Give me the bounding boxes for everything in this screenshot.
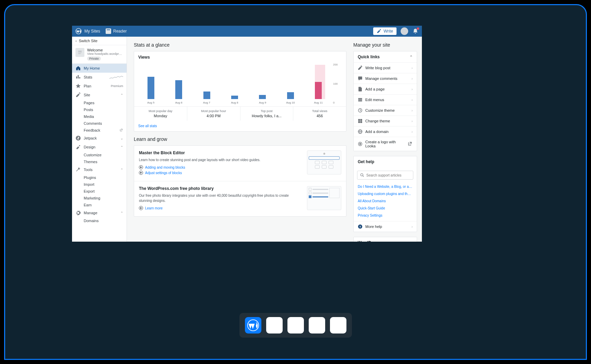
sidebar-item-stats[interactable]: Stats (72, 73, 127, 82)
globe-icon (358, 129, 363, 134)
play-icon (139, 206, 143, 210)
chevron-up-icon: ⌃ (120, 168, 123, 172)
sidebar-sub-pages[interactable]: Pages (72, 99, 127, 106)
quick-link-create-a-logo-with-looka[interactable]: Create a logo with Looka (354, 137, 417, 151)
chevron-right-icon: › (412, 87, 413, 91)
wordpress-logo-icon (75, 28, 82, 34)
help-icon: ? (358, 224, 363, 229)
sidebar-sub-comments[interactable]: Comments (72, 120, 127, 127)
help-link[interactable]: Do I Need a Website, a Blog, or a W... (354, 183, 417, 190)
write-button[interactable]: Write (373, 27, 397, 35)
stats-card: Views Aug 5Aug 6Aug 7Aug 8Aug 9Aug 10Aug… (134, 51, 346, 132)
learn-heading: Learn and grow (134, 136, 346, 142)
sidebar-sub-import[interactable]: Import (72, 181, 127, 188)
learn-link[interactable]: Adding and moving blocks (139, 165, 302, 169)
sidebar-item-manage[interactable]: Manage⌃ (72, 208, 127, 217)
dock-app-1[interactable] (266, 317, 283, 333)
editor-preview-icon: ⊕ (307, 150, 341, 174)
site-url: View howdya8c.wordpress.com (87, 52, 123, 56)
svg-point-12 (361, 174, 363, 176)
my-sites-link[interactable]: My Sites (84, 29, 100, 34)
svg-rect-2 (78, 51, 82, 52)
quick-link-write-blog-post[interactable]: Write blog post› (354, 62, 417, 73)
sidebar-item-design[interactable]: Design⌃ (72, 143, 127, 151)
learn-item: The WordPress.com free photo libraryOur … (134, 181, 346, 216)
chevron-up-icon: ⌃ (120, 211, 123, 215)
sidebar-item-tools[interactable]: Tools⌃ (72, 165, 127, 174)
sidebar-sub-plugins[interactable]: Plugins (72, 174, 127, 181)
avatar[interactable] (401, 27, 408, 35)
sidebar-sub-marketing[interactable]: Marketing (72, 195, 127, 202)
play-icon (139, 165, 143, 169)
manage-heading: Manage your site (353, 42, 417, 48)
sidebar-sub-posts[interactable]: Posts (72, 106, 127, 113)
reader-icon (106, 28, 111, 34)
chart-bar-aug-5[interactable]: Aug 5 (138, 65, 163, 104)
chart-bar-aug-6[interactable]: Aug 6 (166, 65, 191, 104)
help-search-input[interactable] (366, 173, 410, 177)
sidebar-sub-media[interactable]: Media (72, 113, 127, 120)
learn-link[interactable]: Learn more (139, 206, 302, 210)
sidebar-item-site[interactable]: Site⌃ (72, 90, 127, 99)
learn-link[interactable]: Adjust settings of blocks (139, 171, 302, 175)
notifications-icon[interactable] (412, 28, 418, 34)
dock-app-4[interactable] (330, 317, 346, 333)
quick-link-manage-comments[interactable]: Manage comments› (354, 73, 417, 84)
stats-card-title: Views (134, 51, 346, 63)
quick-links-panel: Quick links ⌃ Write blog post›Manage com… (353, 51, 417, 151)
help-search[interactable] (357, 171, 413, 180)
sidebar-sub-export[interactable]: Export (72, 188, 127, 195)
search-icon (360, 173, 364, 177)
quick-link-change-theme[interactable]: Change theme› (354, 116, 417, 126)
dock-wordpress-icon[interactable] (245, 317, 261, 333)
svg-rect-3 (78, 52, 82, 53)
chevron-up-icon: ⌃ (120, 93, 123, 97)
current-site[interactable]: Welcome View howdya8c.wordpress.com Priv… (72, 45, 127, 64)
site-privacy-badge: Private (87, 57, 101, 61)
sidebar-item-jetpack[interactable]: Jetpack⌄ (72, 134, 127, 143)
switch-site[interactable]: ‹ Switch Site (72, 37, 127, 45)
chevron-up-icon: ⌃ (410, 55, 413, 59)
site-title: Welcome (87, 48, 123, 52)
quick-link-customize-theme[interactable]: Customize theme› (354, 105, 417, 116)
sidebar-sub-customize[interactable]: Customize (72, 151, 127, 158)
chart-bar-aug-7[interactable]: Aug 7 (194, 65, 219, 104)
quick-link-add-a-domain[interactable]: Add a domain› (354, 126, 417, 137)
quick-link-edit-menus[interactable]: Edit menus› (354, 94, 417, 105)
chart-bar-aug-11[interactable]: Aug 11 (306, 65, 331, 104)
more-help-link[interactable]: ? More help › (354, 221, 417, 232)
sidebar-sub-domains[interactable]: Domains (72, 217, 127, 224)
sidebar-sub-themes[interactable]: Themes (72, 158, 127, 165)
see-all-stats-link[interactable]: See all stats (134, 121, 346, 131)
write-icon (377, 29, 381, 34)
right-column: Manage your site Quick links ⌃ Write blo… (353, 37, 422, 242)
dock-app-3[interactable] (309, 317, 325, 333)
views-bar-chart: Aug 5Aug 6Aug 7Aug 8Aug 9Aug 10Aug 11 (138, 63, 331, 104)
help-link[interactable]: Privacy Settings (354, 212, 417, 219)
learn-card: Master the Block EditorLearn how to crea… (134, 145, 346, 217)
comment-icon (358, 76, 363, 81)
help-link[interactable]: Uploading custom plugins and them... (354, 190, 417, 197)
chevron-right-icon: › (412, 98, 413, 102)
stats-heading: Stats at a glance (134, 42, 346, 48)
stat-most-popular-day: Most popular dayMonday (134, 107, 187, 121)
get-help-panel: Get help Do I Need a Website, a Blog, or… (353, 156, 417, 232)
topbar: My Sites Reader Write (72, 26, 422, 37)
stat-most-popular-hour: Most popular hour4:00 PM (187, 107, 240, 121)
reader-link[interactable]: Reader (106, 28, 127, 34)
sidebar-item-my-home[interactable]: My Home (72, 64, 127, 73)
quick-links-header[interactable]: Quick links ⌃ (354, 51, 417, 62)
chart-bar-aug-9[interactable]: Aug 9 (250, 65, 275, 104)
site-thumbnail-icon (75, 48, 84, 57)
dock-app-2[interactable] (287, 317, 304, 333)
chart-bar-aug-10[interactable]: Aug 10 (278, 65, 303, 104)
sidebar-item-plan[interactable]: PlanPremium (72, 82, 127, 90)
chart-bar-aug-8[interactable]: Aug 8 (222, 65, 247, 104)
sidebar-sub-feedback[interactable]: Feedback (72, 127, 127, 134)
chevron-right-icon: › (412, 77, 413, 81)
help-link[interactable]: All About Domains (354, 197, 417, 205)
help-link[interactable]: Quick-Start Guide (354, 205, 417, 212)
sidebar-sub-earn[interactable]: Earn (72, 202, 127, 208)
quick-link-add-a-page[interactable]: Add a page› (354, 84, 417, 94)
chart-y-axis: 2001000 (331, 63, 343, 104)
